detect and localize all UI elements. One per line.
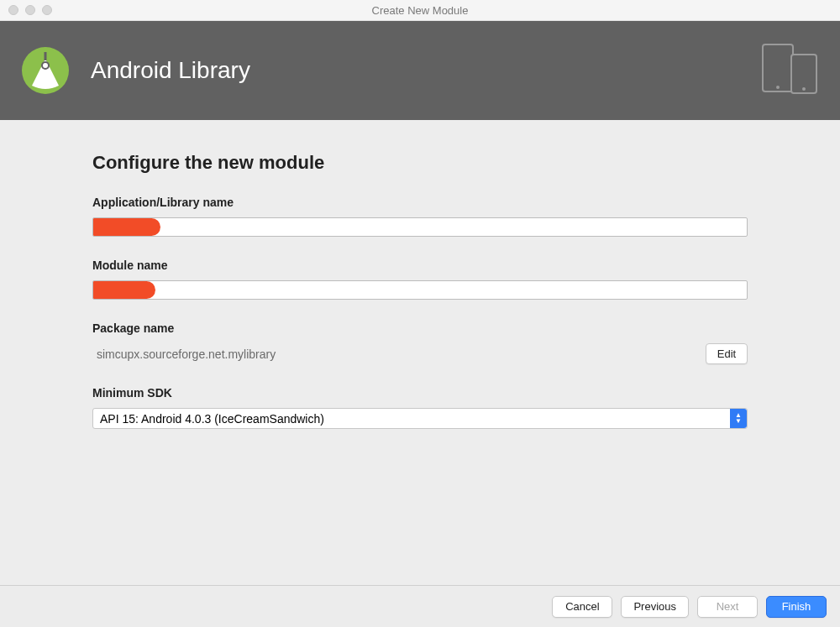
finish-button[interactable]: Finish: [766, 596, 827, 618]
titlebar: Create New Module: [0, 0, 840, 21]
previous-button[interactable]: Previous: [621, 596, 689, 618]
svg-rect-3: [45, 52, 47, 60]
redaction-module-name: [93, 281, 155, 299]
label-package-name: Package name: [92, 321, 748, 335]
select-min-sdk[interactable]: API 15: Android 4.0.3 (IceCreamSandwich)…: [92, 408, 748, 429]
select-min-sdk-input[interactable]: API 15: Android 4.0.3 (IceCreamSandwich): [92, 408, 748, 429]
input-module-name[interactable]: [92, 280, 748, 300]
redaction-app-name: [93, 218, 160, 236]
devices-icon: [761, 43, 820, 98]
field-min-sdk: Minimum SDK API 15: Android 4.0.3 (IceCr…: [92, 386, 748, 429]
svg-point-2: [43, 63, 48, 68]
edit-package-button[interactable]: Edit: [706, 343, 748, 364]
label-app-name: Application/Library name: [92, 196, 748, 209]
field-app-name: Application/Library name: [92, 196, 748, 237]
page-title: Configure the new module: [92, 152, 748, 174]
label-min-sdk: Minimum SDK: [92, 386, 748, 400]
input-app-name[interactable]: [92, 217, 748, 237]
next-button: Next: [697, 596, 758, 618]
android-studio-icon: [20, 45, 71, 96]
banner: Android Library: [0, 21, 840, 120]
footer: Cancel Previous Next Finish: [0, 585, 840, 627]
cancel-button[interactable]: Cancel: [552, 596, 612, 618]
svg-rect-4: [763, 44, 793, 91]
content-area: Configure the new module Application/Lib…: [0, 120, 840, 429]
svg-point-5: [776, 86, 780, 89]
field-package-name: Package name simcupx.sourceforge.net.myl…: [92, 321, 748, 364]
svg-point-7: [802, 87, 806, 91]
field-module-name: Module name: [92, 259, 748, 300]
window-title: Create New Module: [0, 4, 840, 17]
package-name-text: simcupx.sourceforge.net.mylibrary: [92, 343, 697, 364]
label-module-name: Module name: [92, 259, 748, 272]
banner-title: Android Library: [91, 57, 250, 84]
